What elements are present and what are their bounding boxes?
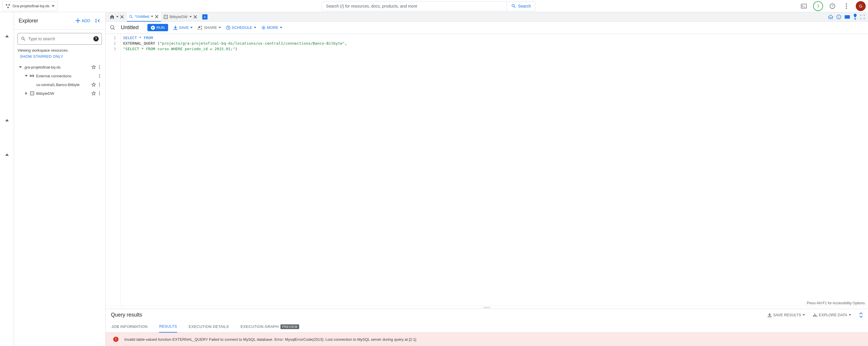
error-row: ! Invalid table-valued function EXTERNAL…: [106, 333, 868, 346]
tree-external-conn-row[interactable]: External connections: [18, 71, 102, 80]
chevron-down-icon: [280, 27, 282, 28]
tab-job-information[interactable]: JOB INFORMATION: [112, 321, 147, 333]
chart-icon: [813, 313, 817, 317]
tab-execution-graph[interactable]: EXECUTION GRAPH PREVIEW: [241, 321, 299, 333]
home-button[interactable]: [828, 15, 833, 19]
save-button[interactable]: SAVE: [174, 25, 193, 30]
cloud-shell-button[interactable]: [799, 1, 808, 11]
tree-dataset-label: BitbyteDW: [35, 91, 90, 96]
resource-tree: gra-projetofinal-bq-ds External connecti…: [18, 63, 102, 98]
star-icon[interactable]: [90, 82, 97, 87]
code-content[interactable]: SELECT * FROM EXTERNAL_QUERY ("projects/…: [121, 34, 868, 306]
tree-dataset-row[interactable]: BitbyteDW: [18, 89, 102, 98]
schedule-icon: [226, 26, 230, 30]
tab-execution-details[interactable]: EXECUTION DETAILS: [189, 321, 229, 333]
more-vert-icon[interactable]: [97, 83, 102, 87]
svg-point-11: [99, 75, 100, 76]
svg-point-20: [32, 94, 33, 94]
close-icon[interactable]: [155, 15, 158, 19]
close-icon[interactable]: [193, 15, 197, 19]
help-button[interactable]: ?: [828, 1, 837, 11]
dataset-icon: [29, 91, 35, 95]
explore-data-button[interactable]: EXPLORE DATA: [813, 313, 851, 317]
editor-area: *Untitled BitbyteDW + i: [106, 12, 868, 346]
splitter[interactable]: [106, 306, 868, 309]
tab-results[interactable]: RESULTS: [159, 321, 177, 333]
svg-point-33: [111, 25, 114, 29]
lightbulb-button[interactable]: [854, 14, 857, 20]
tab-dataset[interactable]: BitbyteDW: [161, 12, 199, 22]
code-editor[interactable]: 1 2 3 SELECT * FROM EXTERNAL_QUERY ("pro…: [106, 34, 868, 306]
fullscreen-button[interactable]: [860, 15, 865, 19]
more-vert-icon[interactable]: [97, 74, 102, 78]
svg-text:?: ?: [832, 4, 834, 8]
search-button[interactable]: Search: [507, 1, 535, 11]
svg-point-18: [32, 93, 33, 93]
tree-connection-row[interactable]: us-central1.Banco-Bitbyte: [18, 80, 102, 89]
svg-point-29: [166, 17, 167, 18]
project-selector[interactable]: Gra-projetofinal-bq-ds: [2, 1, 58, 11]
chevron-down-icon: [190, 27, 193, 28]
collapse-button[interactable]: [94, 16, 102, 25]
search-placeholder: Search (/) for resources, docs, products…: [326, 4, 417, 8]
svg-point-7: [99, 67, 100, 68]
more-button[interactable]: MORE: [261, 25, 282, 30]
expand-results-button[interactable]: [859, 312, 863, 318]
chevron-down-icon: [849, 314, 851, 316]
tree-project-row[interactable]: gra-projetofinal-bq-ds: [18, 63, 102, 71]
more-menu-button[interactable]: [842, 1, 851, 11]
rail-expand-3[interactable]: [5, 153, 9, 156]
trial-badge[interactable]: 3: [813, 1, 823, 11]
results-tabs: JOB INFORMATION RESULTS EXECUTION DETAIL…: [106, 321, 868, 333]
save-icon: [174, 26, 178, 30]
add-button[interactable]: ADD: [73, 17, 93, 25]
svg-point-9: [30, 75, 32, 77]
run-button[interactable]: RUN: [147, 24, 168, 31]
search-icon: [511, 3, 516, 9]
info-button[interactable]: i: [836, 14, 841, 19]
svg-point-27: [166, 16, 167, 17]
svg-point-4: [846, 5, 847, 7]
svg-point-6: [99, 65, 100, 66]
caret-right-icon[interactable]: [23, 92, 29, 95]
zoom-icon[interactable]: [110, 25, 116, 31]
gear-icon: [261, 26, 266, 30]
svg-point-15: [99, 86, 100, 87]
keyboard-button[interactable]: [845, 15, 850, 19]
more-vert-icon[interactable]: [97, 65, 102, 69]
show-starred-link[interactable]: SHOW STARRED ONLY: [20, 54, 102, 59]
more-vert-icon[interactable]: [97, 91, 102, 95]
save-results-button[interactable]: SAVE RESULTS: [768, 313, 805, 317]
svg-rect-0: [801, 4, 806, 8]
home-icon: [110, 15, 115, 19]
svg-point-14: [99, 84, 100, 85]
workspace-info: Viewing workspace resources.: [18, 48, 102, 53]
plus-icon: [75, 19, 80, 23]
svg-point-26: [165, 16, 165, 17]
caret-down-icon[interactable]: [18, 66, 23, 68]
close-icon[interactable]: [120, 15, 124, 19]
search-help-icon[interactable]: ?: [93, 36, 99, 41]
query-title: Untitled: [121, 25, 138, 31]
star-icon[interactable]: [90, 65, 97, 69]
share-button[interactable]: SHARE: [198, 25, 221, 30]
chevron-down-icon: [52, 5, 55, 7]
explorer-search[interactable]: ?: [18, 33, 102, 44]
preview-badge: PREVIEW: [280, 324, 300, 329]
new-tab-button[interactable]: +: [202, 14, 208, 20]
rail-expand-1[interactable]: [5, 35, 9, 37]
avatar[interactable]: G: [856, 1, 866, 11]
tab-untitled[interactable]: *Untitled: [127, 12, 161, 22]
star-icon[interactable]: [90, 91, 97, 96]
collapse-icon: [95, 18, 101, 23]
schedule-button[interactable]: SCHEDULE: [226, 25, 256, 30]
rail-expand-2[interactable]: [5, 119, 9, 121]
search-box[interactable]: Search (/) for resources, docs, products…: [322, 1, 507, 11]
left-rail: [0, 12, 14, 346]
line-gutter: 1 2 3: [106, 34, 121, 306]
explorer-search-input[interactable]: [28, 36, 91, 41]
svg-rect-16: [30, 92, 34, 95]
tab-home[interactable]: [107, 12, 126, 22]
caret-down-icon[interactable]: [23, 75, 29, 77]
chevron-down-icon: [803, 314, 805, 316]
